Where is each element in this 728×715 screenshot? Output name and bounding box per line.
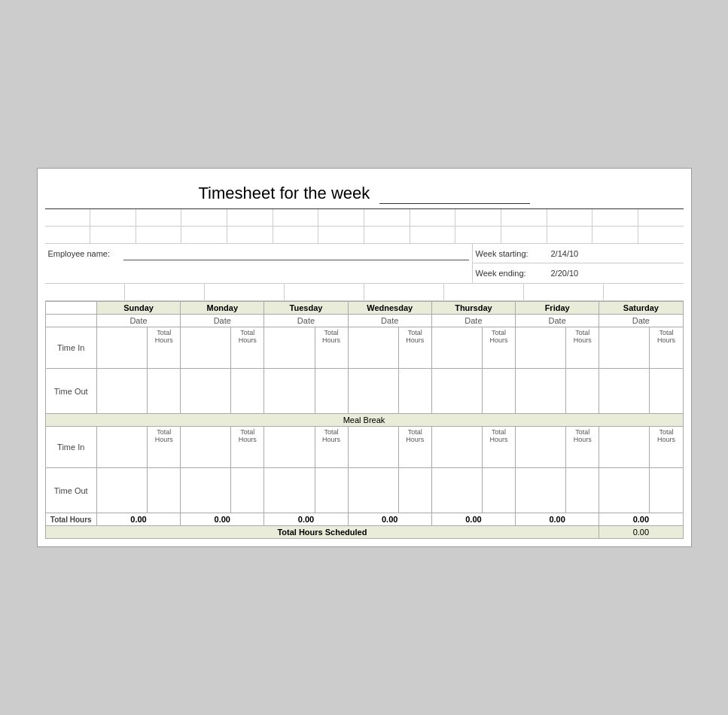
time-in-row-1: Time In TotalHours TotalHours TotalHours… — [45, 327, 683, 369]
time-out-sun-2[interactable] — [96, 468, 147, 513]
time-out-tue-2[interactable] — [264, 468, 315, 513]
blank-cell — [410, 227, 456, 243]
total-hours-sat-2: TotalHours — [650, 427, 683, 468]
blank-cell — [181, 209, 227, 226]
meal-break-row: Meal Break — [45, 414, 683, 427]
time-out-fri-2[interactable] — [516, 468, 566, 513]
blank-cell — [318, 209, 364, 226]
blank-cell — [547, 227, 593, 243]
title-text: Timesheet for the week — [198, 184, 370, 202]
blank-cell — [45, 227, 91, 243]
time-in-wed-1[interactable] — [348, 327, 398, 369]
total-sat: 0.00 — [599, 513, 683, 526]
employee-input[interactable] — [123, 247, 469, 260]
blank-cell — [45, 209, 91, 226]
total-hours-sat-1: TotalHours — [650, 327, 683, 369]
time-in-tue-2[interactable] — [264, 427, 315, 468]
total-hours-fri-2: TotalHours — [566, 427, 599, 468]
time-in-sat-1[interactable] — [599, 327, 650, 369]
time-out-sun-1[interactable] — [96, 369, 147, 414]
time-out-label-1: Time Out — [45, 369, 96, 414]
blank-cell — [501, 227, 547, 243]
blank-cell — [638, 227, 684, 243]
blank-row-1 — [45, 209, 684, 227]
time-out-fri-1-sub — [566, 369, 599, 414]
time-out-sun-1-sub — [148, 369, 181, 414]
blank-cell — [136, 209, 182, 226]
header-monday: Monday — [181, 302, 264, 315]
blank-cell — [90, 209, 136, 226]
time-out-sun-2-sub — [148, 468, 181, 513]
blank-row-2 — [45, 227, 684, 243]
time-in-sun-2[interactable] — [96, 427, 147, 468]
time-in-label-2: Time In — [45, 427, 96, 468]
time-in-wed-2[interactable] — [348, 427, 398, 468]
blank-cell — [205, 284, 285, 300]
total-thu: 0.00 — [431, 513, 515, 526]
blank-cell — [285, 284, 364, 300]
blank-cell — [227, 209, 273, 226]
time-in-sun-1[interactable] — [96, 327, 147, 369]
blank-cell — [136, 227, 182, 243]
time-out-fri-2-sub — [566, 468, 599, 513]
time-out-thu-1[interactable] — [431, 369, 482, 414]
total-hours-sun-2: TotalHours — [148, 427, 181, 468]
header-tuesday: Tuesday — [264, 302, 348, 315]
time-in-thu-2[interactable] — [431, 427, 482, 468]
week-ending-row: Week ending: 2/20/10 — [473, 263, 684, 283]
week-section: Week starting: 2/14/10 Week ending: 2/20… — [473, 244, 684, 283]
time-in-mon-1[interactable] — [181, 327, 231, 369]
time-out-tue-1-sub — [315, 369, 348, 414]
header-sunday: Sunday — [96, 302, 180, 315]
blank-cell — [364, 284, 444, 300]
title-row: Timesheet for the week — [45, 176, 684, 209]
time-out-tue-1[interactable] — [264, 369, 315, 414]
time-out-tue-2-sub — [315, 468, 348, 513]
time-in-mon-2[interactable] — [181, 427, 231, 468]
blank-cell — [45, 284, 125, 300]
top-blank-section — [45, 209, 684, 244]
header-wednesday: Wednesday — [348, 302, 431, 315]
total-hours-label: Total Hours — [45, 513, 96, 526]
time-out-fri-1[interactable] — [516, 369, 566, 414]
total-hours-tue-2: TotalHours — [315, 427, 348, 468]
header-saturday: Saturday — [599, 302, 683, 315]
time-out-row-1: Time Out — [45, 369, 683, 414]
time-out-thu-2[interactable] — [431, 468, 482, 513]
time-out-thu-1-sub — [483, 369, 516, 414]
time-in-tue-1[interactable] — [264, 327, 315, 369]
time-out-sat-2[interactable] — [599, 468, 650, 513]
total-scheduled-value: 0.00 — [599, 526, 683, 539]
total-hours-thu-1: TotalHours — [483, 327, 516, 369]
time-out-wed-2[interactable] — [348, 468, 398, 513]
meal-break-label: Meal Break — [45, 414, 683, 427]
blank-cell — [227, 227, 273, 243]
time-in-sat-2[interactable] — [599, 427, 650, 468]
time-in-fri-1[interactable] — [516, 327, 566, 369]
blank-cell — [455, 227, 501, 243]
total-hours-row: Total Hours 0.00 0.00 0.00 0.00 0.00 0.0… — [45, 513, 683, 526]
timesheet-table: Sunday Monday Tuesday Wednesday Thursday… — [45, 301, 684, 539]
timesheet-container: Timesheet for the week — [37, 168, 692, 547]
total-mon: 0.00 — [181, 513, 264, 526]
time-out-wed-1-sub — [398, 369, 431, 414]
time-out-wed-1[interactable] — [348, 369, 398, 414]
date-wednesday: Date — [348, 315, 431, 327]
blank-cell — [181, 227, 227, 243]
blank-cell — [318, 227, 364, 243]
header-thursday: Thursday — [431, 302, 515, 315]
time-out-mon-2[interactable] — [181, 468, 231, 513]
blank-cell — [364, 227, 410, 243]
time-in-fri-2[interactable] — [516, 427, 566, 468]
blank-cell — [501, 209, 547, 226]
title-underline — [379, 184, 530, 204]
time-out-mon-1[interactable] — [181, 369, 231, 414]
total-hours-sun-1: TotalHours — [148, 327, 181, 369]
info-section: Employee name: Week starting: 2/14/10 We… — [45, 244, 684, 284]
time-out-sat-1-sub — [650, 369, 683, 414]
time-out-row-2: Time Out — [45, 468, 683, 513]
header-friday: Friday — [516, 302, 599, 315]
time-out-sat-1[interactable] — [599, 369, 650, 414]
time-in-thu-1[interactable] — [431, 327, 482, 369]
date-friday: Date — [516, 315, 599, 327]
